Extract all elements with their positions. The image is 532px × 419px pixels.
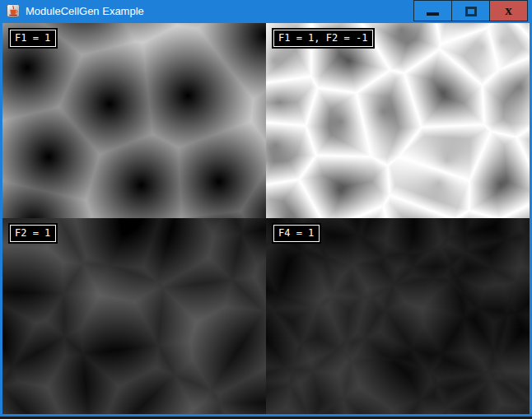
noise-panel-f2: F2 = 1 — [2, 218, 266, 414]
panel-label: F2 = 1 — [10, 225, 56, 242]
window-title: ModuleCellGen Example — [26, 0, 144, 22]
noise-canvas-f1-f2 — [266, 23, 530, 218]
close-icon: x — [505, 3, 512, 17]
close-button[interactable]: x — [489, 0, 528, 21]
noise-panel-f1: F1 = 1 — [2, 23, 266, 218]
panel-label: F1 = 1, F2 = -1 — [273, 30, 373, 47]
panel-label-box: F2 = 1 — [8, 223, 58, 244]
panel-label: F4 = 1 — [273, 225, 320, 242]
noise-panel-f4: F4 = 1 — [266, 218, 530, 414]
app-window: ModuleCellGen Example x F1 = 1 F1 = 1, F… — [0, 0, 532, 417]
render-area: F1 = 1 F1 = 1, F2 = -1 F2 = 1 F4 = 1 — [2, 23, 530, 414]
panel-label: F1 = 1 — [10, 30, 56, 47]
panel-label-box: F1 = 1, F2 = -1 — [272, 28, 375, 49]
noise-canvas-f1 — [2, 23, 266, 218]
noise-canvas-f2 — [2, 218, 266, 414]
titlebar[interactable]: ModuleCellGen Example x — [0, 0, 532, 23]
maximize-button[interactable] — [451, 0, 490, 21]
noise-panel-f1-f2: F1 = 1, F2 = -1 — [266, 23, 530, 218]
panel-label-box: F4 = 1 — [272, 223, 321, 244]
window-controls: x — [414, 0, 528, 21]
noise-canvas-f4 — [266, 218, 530, 414]
maximize-icon — [465, 7, 477, 16]
panel-label-box: F1 = 1 — [8, 28, 58, 49]
minimize-button[interactable] — [413, 0, 452, 21]
minimize-icon — [427, 12, 439, 16]
java-coffee-cup-icon — [7, 4, 20, 17]
